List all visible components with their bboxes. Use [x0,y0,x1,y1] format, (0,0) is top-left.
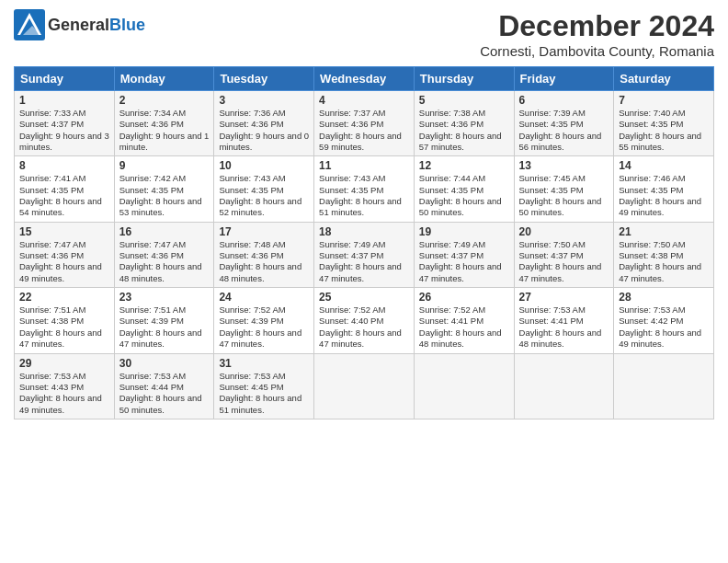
cell-text: Sunrise: 7:40 AMSunset: 4:35 PMDaylight:… [619,108,701,152]
day-number: 19 [419,225,509,238]
day-number: 16 [119,225,210,238]
day-number: 25 [319,291,409,304]
calendar-cell-day-15: 15Sunrise: 7:47 AMSunset: 4:36 PMDayligh… [15,222,115,287]
calendar-cell-day-28: 28Sunrise: 7:53 AMSunset: 4:42 PMDayligh… [614,288,714,353]
calendar-header-row: SundayMondayTuesdayWednesdayThursdayFrid… [15,67,714,91]
calendar-cell-day-27: 27Sunrise: 7:53 AMSunset: 4:41 PMDayligh… [514,288,614,353]
calendar-week-row: 29Sunrise: 7:53 AMSunset: 4:43 PMDayligh… [15,353,714,419]
title-block: December 2024 Cornesti, Dambovita County… [480,9,714,59]
calendar-cell-day-21: 21Sunrise: 7:50 AMSunset: 4:38 PMDayligh… [614,222,714,287]
day-number: 21 [619,225,709,238]
day-number: 2 [119,94,210,107]
calendar-cell-empty [614,353,714,419]
day-header-thursday: Thursday [414,67,514,91]
day-number: 6 [519,94,609,107]
day-number: 13 [519,159,609,172]
cell-text: Sunrise: 7:49 AMSunset: 4:37 PMDaylight:… [419,239,502,283]
cell-text: Sunrise: 7:47 AMSunset: 4:36 PMDaylight:… [19,239,102,283]
calendar-week-row: 15Sunrise: 7:47 AMSunset: 4:36 PMDayligh… [15,222,714,287]
day-number: 22 [19,291,109,304]
cell-text: Sunrise: 7:36 AMSunset: 4:36 PMDaylight:… [219,108,309,152]
day-header-saturday: Saturday [614,67,714,91]
day-number: 28 [619,291,709,304]
calendar-cell-day-31: 31Sunrise: 7:53 AMSunset: 4:45 PMDayligh… [214,353,314,419]
header: GeneralBlue December 2024 Cornesti, Damb… [14,9,714,59]
calendar-cell-day-4: 4Sunrise: 7:37 AMSunset: 4:36 PMDaylight… [314,91,415,156]
calendar-cell-day-12: 12Sunrise: 7:44 AMSunset: 4:35 PMDayligh… [414,156,514,222]
calendar-cell-day-18: 18Sunrise: 7:49 AMSunset: 4:37 PMDayligh… [314,222,415,287]
cell-text: Sunrise: 7:52 AMSunset: 4:39 PMDaylight:… [219,304,301,349]
cell-text: Sunrise: 7:47 AMSunset: 4:36 PMDaylight:… [119,239,202,283]
calendar-cell-day-13: 13Sunrise: 7:45 AMSunset: 4:35 PMDayligh… [514,156,614,222]
calendar-cell-day-23: 23Sunrise: 7:51 AMSunset: 4:39 PMDayligh… [114,288,214,353]
calendar-cell-day-1: 1Sunrise: 7:33 AMSunset: 4:37 PMDaylight… [15,91,115,156]
cell-text: Sunrise: 7:41 AMSunset: 4:35 PMDaylight:… [19,173,102,217]
cell-text: Sunrise: 7:52 AMSunset: 4:40 PMDaylight:… [319,304,402,349]
logo-icon [14,9,45,40]
calendar-week-row: 22Sunrise: 7:51 AMSunset: 4:38 PMDayligh… [15,288,714,353]
day-number: 1 [19,94,109,107]
cell-text: Sunrise: 7:44 AMSunset: 4:35 PMDaylight:… [419,173,502,217]
day-header-wednesday: Wednesday [314,67,415,91]
day-number: 17 [219,225,309,238]
calendar-cell-day-7: 7Sunrise: 7:40 AMSunset: 4:35 PMDaylight… [614,91,714,156]
calendar-cell-empty [414,353,514,419]
calendar-cell-day-25: 25Sunrise: 7:52 AMSunset: 4:40 PMDayligh… [314,288,415,353]
day-number: 7 [619,94,709,107]
calendar-cell-day-22: 22Sunrise: 7:51 AMSunset: 4:38 PMDayligh… [15,288,115,353]
day-number: 20 [519,225,609,238]
location-subtitle: Cornesti, Dambovita County, Romania [480,43,714,59]
day-number: 11 [319,159,409,172]
cell-text: Sunrise: 7:48 AMSunset: 4:36 PMDaylight:… [219,239,301,283]
day-number: 30 [119,357,210,370]
calendar-cell-day-6: 6Sunrise: 7:39 AMSunset: 4:35 PMDaylight… [514,91,614,156]
day-number: 5 [419,94,509,107]
cell-text: Sunrise: 7:43 AMSunset: 4:35 PMDaylight:… [319,173,402,217]
day-number: 12 [419,159,509,172]
month-title: December 2024 [480,9,714,43]
cell-text: Sunrise: 7:52 AMSunset: 4:41 PMDaylight:… [419,304,502,349]
calendar-cell-day-11: 11Sunrise: 7:43 AMSunset: 4:35 PMDayligh… [314,156,415,222]
day-number: 31 [219,357,309,370]
cell-text: Sunrise: 7:53 AMSunset: 4:43 PMDaylight:… [19,371,102,415]
calendar-cell-day-9: 9Sunrise: 7:42 AMSunset: 4:35 PMDaylight… [114,156,214,222]
calendar-cell-day-16: 16Sunrise: 7:47 AMSunset: 4:36 PMDayligh… [114,222,214,287]
cell-text: Sunrise: 7:42 AMSunset: 4:35 PMDaylight:… [119,173,202,217]
cell-text: Sunrise: 7:51 AMSunset: 4:38 PMDaylight:… [19,304,102,349]
calendar-cell-day-17: 17Sunrise: 7:48 AMSunset: 4:36 PMDayligh… [214,222,314,287]
calendar-cell-day-30: 30Sunrise: 7:53 AMSunset: 4:44 PMDayligh… [114,353,214,419]
cell-text: Sunrise: 7:37 AMSunset: 4:36 PMDaylight:… [319,108,402,152]
day-number: 4 [319,94,409,107]
calendar-cell-day-5: 5Sunrise: 7:38 AMSunset: 4:36 PMDaylight… [414,91,514,156]
cell-text: Sunrise: 7:50 AMSunset: 4:37 PMDaylight:… [519,239,602,283]
calendar-cell-day-20: 20Sunrise: 7:50 AMSunset: 4:37 PMDayligh… [514,222,614,287]
calendar-week-row: 1Sunrise: 7:33 AMSunset: 4:37 PMDaylight… [15,91,714,156]
cell-text: Sunrise: 7:39 AMSunset: 4:35 PMDaylight:… [519,108,602,152]
calendar-cell-day-3: 3Sunrise: 7:36 AMSunset: 4:36 PMDaylight… [214,91,314,156]
cell-text: Sunrise: 7:50 AMSunset: 4:38 PMDaylight:… [619,239,701,283]
calendar-cell-day-19: 19Sunrise: 7:49 AMSunset: 4:37 PMDayligh… [414,222,514,287]
day-number: 9 [119,159,210,172]
calendar-cell-empty [314,353,415,419]
cell-text: Sunrise: 7:45 AMSunset: 4:35 PMDaylight:… [519,173,602,217]
cell-text: Sunrise: 7:38 AMSunset: 4:36 PMDaylight:… [419,108,502,152]
day-number: 26 [419,291,509,304]
day-number: 18 [319,225,409,238]
calendar-cell-day-10: 10Sunrise: 7:43 AMSunset: 4:35 PMDayligh… [214,156,314,222]
cell-text: Sunrise: 7:43 AMSunset: 4:35 PMDaylight:… [219,173,301,217]
calendar-cell-day-24: 24Sunrise: 7:52 AMSunset: 4:39 PMDayligh… [214,288,314,353]
day-number: 10 [219,159,309,172]
day-number: 15 [19,225,109,238]
cell-text: Sunrise: 7:53 AMSunset: 4:41 PMDaylight:… [519,304,602,349]
logo-blue-text: Blue [109,16,145,34]
day-number: 14 [619,159,709,172]
day-header-friday: Friday [514,67,614,91]
calendar-cell-day-29: 29Sunrise: 7:53 AMSunset: 4:43 PMDayligh… [15,353,115,419]
cell-text: Sunrise: 7:53 AMSunset: 4:42 PMDaylight:… [619,304,701,349]
day-number: 3 [219,94,309,107]
day-number: 29 [19,357,109,370]
calendar-cell-day-14: 14Sunrise: 7:46 AMSunset: 4:35 PMDayligh… [614,156,714,222]
cell-text: Sunrise: 7:51 AMSunset: 4:39 PMDaylight:… [119,304,202,349]
calendar-week-row: 8Sunrise: 7:41 AMSunset: 4:35 PMDaylight… [15,156,714,222]
day-header-sunday: Sunday [15,67,115,91]
